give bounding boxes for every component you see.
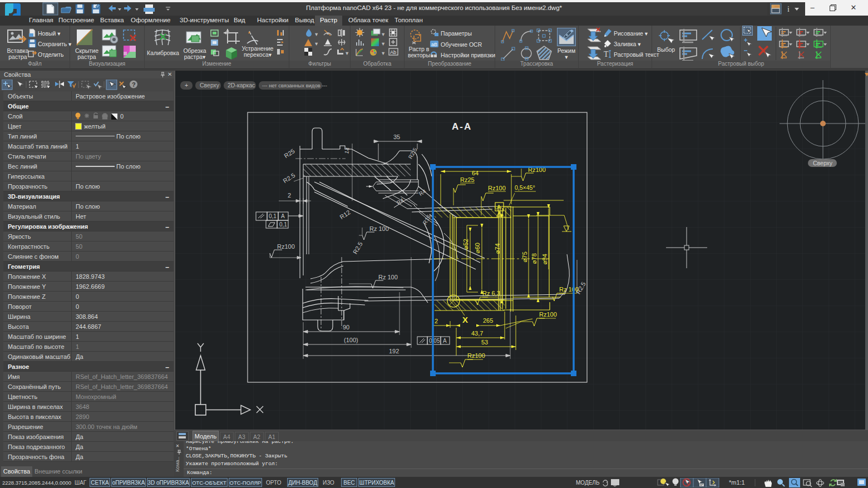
svg-text:0,05: 0,05: [429, 338, 440, 344]
svg-text:43,7: 43,7: [471, 330, 483, 337]
svg-text:(100): (100): [344, 337, 358, 343]
svg-text:192: 192: [389, 348, 399, 354]
svg-text:⌀60: ⌀60: [474, 243, 481, 253]
svg-text:Rz25: Rz25: [460, 176, 475, 183]
svg-text:35: 35: [393, 134, 400, 140]
svg-text:A: A: [497, 204, 501, 210]
svg-text:0,5×45°: 0,5×45°: [515, 184, 535, 191]
svg-text:Ab: Ab: [390, 50, 396, 55]
svg-text:Rz100: Rz100: [277, 243, 295, 250]
svg-text:i: i: [787, 5, 790, 13]
svg-text:*m1:1: *m1:1: [729, 479, 745, 486]
svg-text:64: 64: [472, 170, 479, 176]
svg-text:⌀52: ⌀52: [462, 239, 469, 249]
svg-text:--- нет связанных видов ---: --- нет связанных видов ---: [262, 82, 327, 88]
svg-text:0,1: 0,1: [279, 221, 287, 228]
svg-text:?: ?: [132, 81, 136, 88]
svg-text:A: A: [443, 338, 447, 344]
svg-text:0,1: 0,1: [269, 213, 277, 219]
svg-text:Rz 100: Rz 100: [378, 274, 398, 280]
svg-text:+: +: [185, 82, 188, 88]
svg-text:Rz100: Rz100: [488, 185, 506, 191]
svg-text:Сверху: Сверху: [813, 160, 833, 166]
svg-text:A: A: [281, 213, 285, 219]
svg-text:2D-каркас: 2D-каркас: [228, 82, 255, 88]
svg-text:aB: aB: [431, 42, 437, 47]
svg-text:T: T: [604, 50, 609, 58]
svg-text:⌀78: ⌀78: [531, 253, 537, 264]
svg-text:2: 2: [435, 318, 438, 324]
svg-text:Rz100: Rz100: [539, 311, 557, 318]
svg-text:Rz 100: Rz 100: [559, 286, 579, 293]
svg-text:X: X: [462, 315, 468, 324]
svg-text:A-A: A-A: [452, 121, 472, 132]
svg-text:Rz100: Rz100: [467, 352, 485, 359]
svg-text:265: 265: [483, 317, 493, 324]
svg-text:⌀74: ⌀74: [494, 243, 501, 254]
svg-text:90: 90: [343, 324, 349, 331]
svg-text:Rz 6,3: Rz 6,3: [482, 290, 500, 297]
svg-text:2: 2: [288, 192, 291, 199]
svg-text:⌀94: ⌀94: [541, 254, 548, 264]
svg-text:Rz 100: Rz 100: [369, 225, 389, 232]
svg-text:⌀75: ⌀75: [521, 252, 528, 262]
svg-text:53: 53: [481, 339, 488, 346]
svg-text:Сверху: Сверху: [200, 82, 220, 88]
